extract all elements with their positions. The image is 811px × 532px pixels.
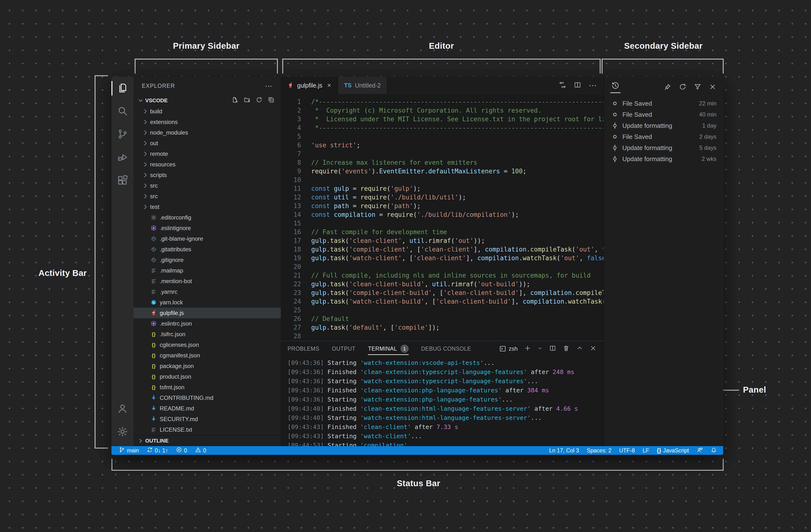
panel-tab-problems[interactable]: PROBLEMS	[288, 341, 319, 357]
tree-file-.yarnrc[interactable]: .yarnrc	[134, 286, 281, 297]
tree-file-.lsifrc.json[interactable]: {}.lsifrc.json	[134, 329, 281, 340]
status-feedback[interactable]	[693, 446, 707, 455]
json-icon: {}	[150, 352, 157, 359]
tree-file-gulpfile.js[interactable]: gulpfile.js	[134, 308, 281, 318]
line-number: 17	[281, 236, 311, 245]
kill-terminal-icon[interactable]	[563, 345, 570, 353]
editor-group: gulpfile.js×TSUntitled-2 ⋯ 1/*----------…	[281, 77, 603, 446]
split-editor-icon[interactable]	[573, 81, 581, 90]
status-git-branch[interactable]: main	[115, 446, 143, 455]
explorer-more-actions-icon[interactable]: ⋯	[265, 82, 273, 90]
tree-file-SECURITY.md[interactable]: SECURITY.md	[134, 414, 281, 424]
status-sync-changes[interactable]: 0↓ 1↑	[143, 446, 172, 455]
tree-file-.git-blame-ignore[interactable]: .git-blame-ignore	[134, 233, 281, 244]
pin-icon[interactable]	[664, 83, 672, 92]
tree-file-cgmanifest.json[interactable]: {}cgmanifest.json	[134, 350, 281, 361]
activity-item-source-control[interactable]	[111, 123, 134, 146]
tree-file-package.json[interactable]: {}package.json	[134, 361, 281, 371]
tree-file-yarn.lock[interactable]: yarn.lock	[134, 297, 281, 308]
code-line-15: 15	[281, 219, 603, 228]
terminal-dropdown-icon[interactable]	[537, 346, 543, 352]
status-eol[interactable]: LF	[639, 446, 653, 455]
activity-item-run-and-debug[interactable]	[111, 146, 134, 169]
activity-item-settings[interactable]	[111, 421, 134, 444]
open-changes-icon[interactable]	[559, 81, 566, 90]
filter-icon[interactable]	[694, 83, 702, 92]
timeline-item[interactable]: Update formatting1 day	[604, 120, 723, 131]
timeline-item[interactable]: Update formatting2 wks	[604, 153, 723, 165]
tree-file-cglicenses.json[interactable]: {}cglicenses.json	[134, 340, 281, 350]
tree-folder-src[interactable]: src	[134, 181, 281, 191]
tree-folder-node_modules[interactable]: node_modules	[134, 127, 281, 138]
new-terminal-icon[interactable]	[524, 345, 531, 353]
status-cursor-position[interactable]: Ln 17, Col 3	[545, 446, 583, 455]
status-encoding[interactable]: UTF-8	[615, 446, 639, 455]
status-label: UTF-8	[619, 447, 635, 454]
editor-more-actions-icon[interactable]: ⋯	[588, 80, 597, 90]
status-errors[interactable]: 0	[172, 446, 191, 455]
tab-Untitled-2[interactable]: TSUntitled-2	[338, 77, 388, 94]
new-folder-icon[interactable]	[244, 96, 250, 105]
tree-file-.eslintignore[interactable]: .eslintignore	[134, 223, 281, 233]
panel-tab-terminal[interactable]: TERMINAL1	[368, 341, 408, 357]
tree-folder-resources[interactable]: resources	[134, 159, 281, 170]
tree-folder-scripts[interactable]: scripts	[134, 170, 281, 181]
status-indentation[interactable]: Spaces: 2	[583, 446, 615, 455]
collapse-all-icon[interactable]	[268, 96, 275, 105]
timeline-item[interactable]: File Saved2 days	[604, 131, 723, 142]
tree-file-.eslintrc.json[interactable]: .eslintrc.json	[134, 318, 281, 329]
lines-icon	[150, 267, 157, 274]
lines-icon	[150, 288, 157, 295]
refresh-icon[interactable]	[679, 83, 687, 92]
code-line-25: 25	[281, 306, 603, 314]
terminal-output[interactable]: [09:43:36] Starting 'watch-extension:vsc…	[281, 357, 603, 450]
tree-file-.gitignore[interactable]: .gitignore	[134, 255, 281, 265]
timeline-item[interactable]: Update formatting5 days	[604, 142, 723, 153]
timeline-history-icon[interactable]	[611, 81, 619, 93]
tree-file-.mention-bot[interactable]: .mention-bot	[134, 276, 281, 286]
activity-item-extensions[interactable]	[111, 169, 134, 192]
shell-selector[interactable]: zsh	[499, 345, 518, 352]
tree-file-.gitattributes[interactable]: .gitattributes	[134, 244, 281, 255]
line-number: 22	[281, 280, 311, 288]
tree-folder-build[interactable]: build	[134, 106, 281, 117]
tree-file-LICENSE.txt[interactable]: LICENSE.txt	[134, 424, 281, 435]
status-notifications[interactable]	[707, 446, 721, 455]
tree-file-tsfmt.json[interactable]: {}tsfmt.json	[134, 382, 281, 393]
line-number: 28	[281, 332, 311, 341]
activity-item-search[interactable]	[111, 100, 134, 123]
tree-folder-out[interactable]: out	[134, 138, 281, 148]
tree-file-.editorconfig[interactable]: .editorconfig	[134, 212, 281, 223]
tree-file-README.md[interactable]: README.md	[134, 403, 281, 414]
activity-item-accounts[interactable]	[111, 397, 134, 421]
tree-folder-src[interactable]: src	[134, 191, 281, 202]
maximize-panel-icon[interactable]	[576, 345, 583, 353]
activity-item-explorer[interactable]	[111, 77, 134, 100]
status-language-mode[interactable]: {}JavaScript	[653, 446, 693, 455]
run-and-debug-icon	[117, 152, 128, 164]
close-panel-icon[interactable]	[590, 345, 597, 353]
close-icon[interactable]	[709, 83, 716, 92]
tab-gulpfile.js[interactable]: gulpfile.js×	[281, 77, 338, 94]
code-line-4: 4 *-------------------------------------…	[281, 124, 603, 132]
tree-file-CONTRIBUTING.md[interactable]: CONTRIBUTING.md	[134, 393, 281, 403]
outline-section[interactable]: OUTLINE	[134, 435, 281, 446]
code-editor[interactable]: 1/*-------------------------------------…	[281, 94, 603, 341]
panel-tab-output[interactable]: OUTPUT	[332, 341, 355, 357]
tree-folder-remote[interactable]: remote	[134, 148, 281, 159]
tree-folder-test[interactable]: test	[134, 202, 281, 212]
explorer-section-vscode[interactable]: VSCODE	[134, 95, 281, 106]
tree-folder-extensions[interactable]: extensions	[134, 117, 281, 127]
refresh-icon[interactable]	[256, 96, 262, 105]
panel-tab-debug-console[interactable]: DEBUG CONSOLE	[421, 341, 471, 357]
new-file-icon[interactable]	[232, 96, 238, 105]
tree-file-.mailmap[interactable]: .mailmap	[134, 265, 281, 276]
timeline-item[interactable]: File Saved40 min	[604, 109, 723, 120]
code-line-11: 11const gulp = require('gulp');	[281, 184, 603, 193]
error-icon	[176, 447, 182, 454]
split-terminal-icon[interactable]	[549, 345, 556, 353]
status-warnings[interactable]: 0	[191, 446, 210, 455]
close-tab-icon[interactable]: ×	[327, 81, 331, 89]
timeline-item[interactable]: File Saved22 min	[604, 98, 723, 109]
tree-file-product.json[interactable]: {}product.json	[134, 371, 281, 382]
